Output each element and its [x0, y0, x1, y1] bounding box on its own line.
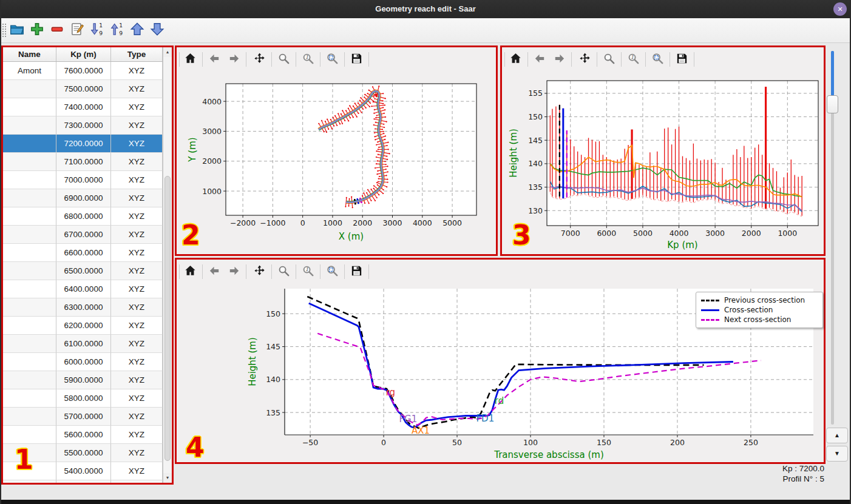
table-row[interactable]: 5300.0000XYZ — [3, 480, 172, 483]
open-button[interactable] — [8, 21, 25, 39]
move-up-button[interactable] — [129, 21, 146, 39]
table-cell: Amont — [3, 62, 56, 80]
close-icon: ✕ — [837, 5, 843, 13]
svg-text:150: 150 — [266, 309, 280, 318]
back-button[interactable] — [206, 263, 223, 280]
sort-descending-button[interactable]: 19 — [89, 21, 106, 39]
table-row[interactable]: 6300.0000XYZ — [3, 298, 172, 317]
table-row[interactable]: 6200.0000XYZ — [3, 317, 172, 335]
home-button[interactable] — [507, 51, 524, 68]
save-button[interactable] — [348, 263, 365, 280]
legend-label: Previous cross-section — [724, 296, 805, 304]
zoom-auto-button[interactable] — [324, 263, 341, 280]
toolbar-separator — [179, 52, 180, 67]
zoom-button[interactable] — [275, 263, 292, 280]
profile-up-button[interactable]: ▲ — [826, 428, 848, 443]
zoom-auto-icon — [325, 52, 339, 68]
forward-button[interactable] — [225, 51, 242, 68]
home-button[interactable] — [181, 51, 198, 68]
profile-slider-handle[interactable] — [827, 95, 838, 113]
add-profile-button[interactable] — [29, 21, 46, 39]
table-row[interactable]: 7100.0000XYZ — [3, 153, 172, 171]
scroll-up-button[interactable]: ▴ — [163, 47, 172, 57]
sort-ascending-button[interactable]: 19 — [109, 21, 126, 39]
table-row[interactable]: 5700.0000XYZ — [3, 408, 172, 426]
scroll-down-button[interactable]: ▾ — [163, 473, 172, 483]
titlebar[interactable]: Geometry reach edit - Saar ✕ — [0, 0, 851, 18]
zoom-one-button[interactable]: 1 — [299, 51, 316, 68]
table-cell — [3, 135, 56, 153]
zoom-one-button[interactable]: 1 — [625, 51, 642, 68]
table-row[interactable]: 5600.0000XYZ — [3, 426, 172, 444]
svg-text:3000: 3000 — [383, 218, 402, 227]
table-row[interactable]: 6000.0000XYZ — [3, 353, 172, 371]
zoom-auto-button[interactable] — [649, 51, 666, 68]
close-button[interactable]: ✕ — [833, 2, 847, 16]
table-cell: 6700.0000 — [56, 226, 111, 244]
edit-profile-button[interactable] — [69, 21, 86, 39]
column-header[interactable]: Name — [3, 47, 56, 61]
pan-icon — [253, 52, 266, 68]
home-icon — [183, 264, 197, 280]
table-row[interactable]: 5800.0000XYZ — [3, 389, 172, 408]
svg-text:−2000: −2000 — [230, 218, 256, 227]
back-button[interactable] — [206, 51, 223, 68]
long-profile-plot[interactable]: 7000600050004000300020001000130135140145… — [502, 70, 824, 254]
table-row[interactable]: Amont7600.0000XYZ — [3, 62, 172, 80]
add-icon — [29, 21, 45, 39]
column-header[interactable]: Type — [111, 47, 163, 61]
scrollbar-thumb[interactable] — [164, 176, 171, 461]
table-cell — [3, 98, 56, 116]
toolbar-grip-handle[interactable] — [2, 23, 6, 38]
table-row[interactable]: 7300.0000XYZ — [3, 116, 172, 135]
table-cell — [3, 153, 56, 171]
table-row[interactable]: 7200.0000XYZ — [3, 135, 172, 153]
table-row[interactable]: 6900.0000XYZ — [3, 189, 172, 207]
remove-profile-button[interactable] — [49, 21, 66, 39]
table-row[interactable]: 5900.0000XYZ — [3, 371, 172, 389]
plan-view-plot[interactable]: −2000−1000010002000300040005000100020003… — [177, 70, 496, 254]
panel-2-badge: 2 — [181, 220, 200, 250]
table-row[interactable]: 7500.0000XYZ — [3, 80, 172, 98]
toolbar-separator — [597, 52, 597, 67]
move-up-icon — [129, 21, 145, 39]
table-row[interactable]: 7400.0000XYZ — [3, 98, 172, 116]
pan-button[interactable] — [251, 263, 268, 280]
table-cell — [3, 171, 56, 189]
zoom-button[interactable] — [600, 51, 617, 68]
pan-button[interactable] — [251, 51, 268, 68]
back-button[interactable] — [531, 51, 548, 68]
window-title: Geometry reach edit - Saar — [0, 4, 851, 13]
toolbar-separator — [368, 52, 369, 67]
toolbar-separator — [202, 264, 203, 279]
table-row[interactable]: 6800.0000XYZ — [3, 207, 172, 226]
table-cell: XYZ — [111, 153, 163, 171]
pan-button[interactable] — [576, 51, 593, 68]
table-row[interactable]: 6100.0000XYZ — [3, 335, 172, 353]
zoom-one-icon: 1 — [301, 52, 315, 68]
home-icon — [509, 52, 523, 68]
table-row[interactable]: 6600.0000XYZ — [3, 244, 172, 262]
move-down-button[interactable] — [149, 21, 166, 39]
forward-button[interactable] — [551, 51, 568, 68]
save-button[interactable] — [348, 51, 365, 68]
table-row[interactable]: 6400.0000XYZ — [3, 280, 172, 298]
zoom-auto-button[interactable] — [324, 51, 341, 68]
table-cell — [3, 298, 56, 317]
profile-down-button[interactable]: ▼ — [826, 446, 848, 462]
table-row[interactable]: 6700.0000XYZ — [3, 226, 172, 244]
forward-button[interactable] — [225, 263, 242, 280]
save-button[interactable] — [673, 51, 690, 68]
home-button[interactable] — [181, 263, 198, 280]
table-cell: XYZ — [111, 244, 163, 262]
table-cell: XYZ — [111, 444, 163, 462]
column-header[interactable]: Kp (m) — [56, 47, 111, 61]
table-cell — [3, 426, 56, 444]
table-scrollbar[interactable]: ▴ ▾ — [163, 47, 172, 483]
table-row[interactable]: 7000.0000XYZ — [3, 171, 172, 189]
zoom-button[interactable] — [275, 51, 292, 68]
zoom-auto-icon — [651, 52, 665, 68]
forward-icon — [227, 52, 241, 68]
zoom-one-button[interactable]: 1 — [299, 263, 316, 280]
table-row[interactable]: 6500.0000XYZ — [3, 262, 172, 280]
